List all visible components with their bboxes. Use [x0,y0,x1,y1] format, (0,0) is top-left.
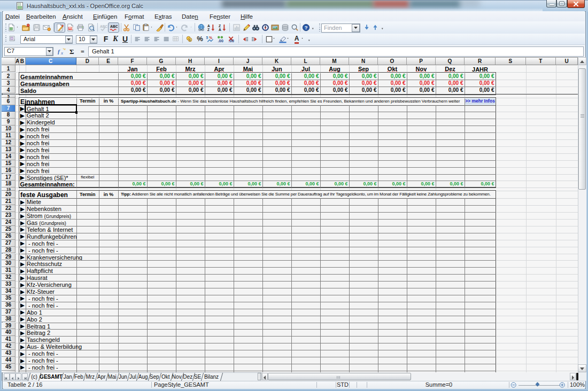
svg-text:.00: .00 [218,38,223,43]
svg-text:x: x [60,50,63,56]
svg-text:.00: .00 [228,38,234,43]
svg-text:=: = [81,48,84,56]
svg-text:?: ? [305,25,308,30]
svg-text:Σ: Σ [69,48,74,56]
svg-text:ABC: ABC [100,24,107,28]
svg-text:A: A [219,28,221,32]
svg-text:Z: Z [219,24,221,27]
svg-text:ABC: ABC [110,25,118,28]
svg-text:A: A [207,24,210,27]
svg-text:%: % [209,35,212,39]
svg-text:5: 5 [206,35,208,39]
svg-text:PDF: PDF [69,27,74,30]
svg-text:f: f [58,48,60,54]
svg-text:Z: Z [207,28,210,32]
